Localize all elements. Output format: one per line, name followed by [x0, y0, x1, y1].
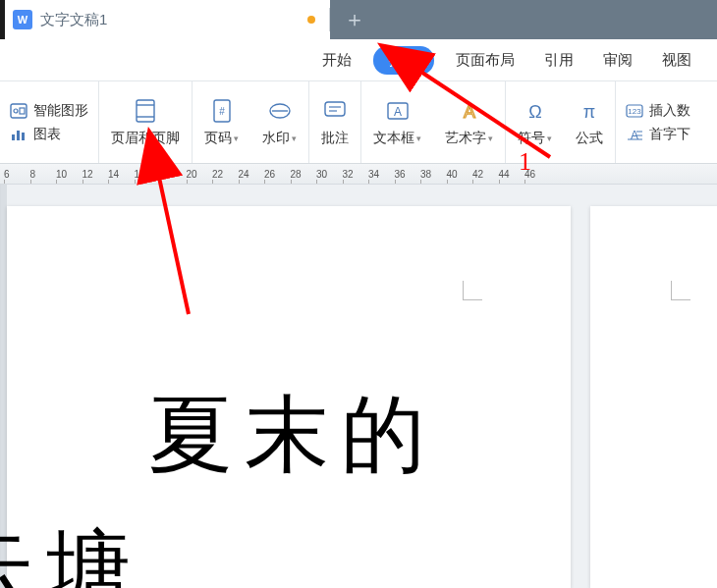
- doc-icon: W: [13, 10, 32, 29]
- equation-icon: π: [577, 98, 602, 124]
- document-text-line: 云塘: [0, 512, 142, 588]
- ruler-tick: 34: [368, 169, 395, 180]
- page[interactable]: 夏末的 云塘: [7, 206, 571, 588]
- svg-rect-2: [20, 108, 25, 114]
- smartart-label: 智能图形: [33, 102, 88, 120]
- page-number-button[interactable]: # 页码▾: [193, 81, 250, 163]
- symbol-label: 符号: [518, 130, 545, 147]
- textbox-label: 文本框: [373, 130, 414, 147]
- svg-text:π: π: [583, 102, 595, 122]
- svg-text:123: 123: [628, 107, 641, 116]
- chevron-down-icon: ▾: [292, 134, 297, 143]
- document-tab[interactable]: W 文字文稿1: [5, 0, 329, 39]
- chart-icon: [10, 127, 28, 142]
- ribbon-group-diagrams: 智能图形 图表: [0, 81, 99, 163]
- ruler-tick: 28: [291, 169, 317, 180]
- chevron-down-icon: ▾: [234, 134, 239, 143]
- annotation-label: 1: [519, 147, 531, 177]
- tab-strip: ＋: [330, 0, 717, 39]
- ruler-tick: 38: [420, 169, 447, 180]
- ruler-tick: 14: [108, 169, 135, 180]
- ruler-tick: 10: [56, 169, 83, 180]
- svg-rect-6: [137, 100, 154, 122]
- menu-view[interactable]: 视图: [654, 47, 699, 74]
- svg-text:A: A: [393, 105, 401, 119]
- svg-rect-4: [17, 131, 20, 140]
- svg-point-1: [14, 109, 18, 113]
- drop-cap-label: 首字下: [649, 126, 690, 143]
- menu-references[interactable]: 引用: [536, 47, 581, 74]
- insert-number-icon: 123: [626, 104, 643, 118]
- ruler-tick: 32: [343, 169, 369, 180]
- ruler-tick: 6: [4, 169, 30, 180]
- ruler-tick: 36: [395, 169, 421, 180]
- equation-label: 公式: [576, 130, 603, 147]
- menu-bar: 开始 插入 页面布局 引用 审阅 视图: [0, 39, 717, 80]
- svg-text:Ω: Ω: [528, 102, 541, 122]
- insert-number-button[interactable]: 123 插入数: [626, 102, 690, 120]
- symbol-icon: Ω: [523, 98, 548, 124]
- ruler-tick: 30: [316, 169, 343, 180]
- svg-text:A: A: [463, 102, 474, 122]
- chevron-down-icon: ▾: [416, 134, 421, 143]
- ruler-tick: 22: [212, 169, 239, 180]
- comment-icon: [322, 98, 348, 124]
- drop-cap-button[interactable]: A 首字下: [626, 126, 690, 143]
- menu-review[interactable]: 审阅: [595, 47, 640, 74]
- header-footer-button[interactable]: 页眉和页脚: [99, 81, 193, 163]
- ribbon-group-right: 123 插入数 A 首字下: [616, 81, 700, 163]
- watermark-icon: [267, 98, 293, 124]
- watermark-button[interactable]: 水印▾: [250, 81, 309, 163]
- svg-text:#: #: [219, 106, 225, 117]
- wordart-button[interactable]: A 艺术字▾: [433, 81, 506, 163]
- ruler-tick: 26: [264, 169, 291, 180]
- smartart-button[interactable]: 智能图形: [10, 102, 88, 120]
- svg-rect-13: [325, 102, 345, 116]
- ribbon: 智能图形 图表 页眉和页脚 # 页码▾ 水印▾ 批注 A 文本框▾ A 艺术字▾…: [0, 80, 717, 163]
- chart-button[interactable]: 图表: [10, 126, 88, 143]
- ruler-tick: 42: [472, 169, 499, 180]
- ruler-tick: 8: [30, 169, 57, 180]
- page-number-icon: #: [210, 98, 234, 124]
- ruler-tick: 20: [187, 169, 213, 180]
- unsaved-indicator-icon: [307, 16, 315, 24]
- menu-page-layout[interactable]: 页面布局: [448, 47, 523, 74]
- header-footer-label: 页眉和页脚: [111, 130, 180, 147]
- menu-start[interactable]: 开始: [314, 47, 359, 74]
- ruler-tick: 24: [239, 169, 265, 180]
- document-title: 文字文稿1: [40, 11, 107, 29]
- menu-insert[interactable]: 插入: [373, 46, 434, 75]
- page[interactable]: [590, 206, 717, 588]
- ruler-tick: 40: [447, 169, 473, 180]
- chevron-down-icon: ▾: [488, 134, 493, 143]
- symbol-button[interactable]: Ω 符号▾: [506, 81, 564, 163]
- ruler-tick: 16: [135, 169, 161, 180]
- insert-number-label: 插入数: [649, 102, 690, 120]
- chevron-down-icon: ▾: [547, 134, 552, 143]
- document-area[interactable]: 夏末的 云塘: [0, 185, 717, 588]
- svg-rect-3: [12, 134, 15, 140]
- header-marker-icon: [671, 281, 690, 300]
- ruler-tick: 12: [83, 169, 109, 180]
- drop-cap-icon: A: [626, 128, 643, 141]
- smartart-icon: [10, 103, 28, 119]
- page-number-label: 页码: [204, 130, 232, 147]
- textbox-icon: A: [385, 98, 411, 124]
- comment-label: 批注: [321, 130, 349, 147]
- ruler-tick: 18: [160, 169, 187, 180]
- chart-label: 图表: [33, 126, 61, 143]
- document-text-line: 夏末的: [148, 378, 437, 493]
- wordart-icon: A: [457, 98, 482, 124]
- title-bar: W 文字文稿1 ＋: [0, 0, 717, 39]
- new-tab-button[interactable]: ＋: [344, 9, 365, 30]
- textbox-button[interactable]: A 文本框▾: [361, 81, 433, 163]
- comment-button[interactable]: 批注: [309, 81, 361, 163]
- wordart-label: 艺术字: [445, 130, 486, 147]
- header-marker-icon: [463, 281, 482, 300]
- watermark-label: 水印: [262, 130, 290, 147]
- svg-rect-5: [22, 133, 25, 140]
- equation-button[interactable]: π 公式: [564, 81, 616, 163]
- header-footer-icon: [133, 98, 158, 124]
- ruler[interactable]: 6 8 10 12 14 16 18 20 22 24 26 28 30 32 …: [0, 163, 717, 185]
